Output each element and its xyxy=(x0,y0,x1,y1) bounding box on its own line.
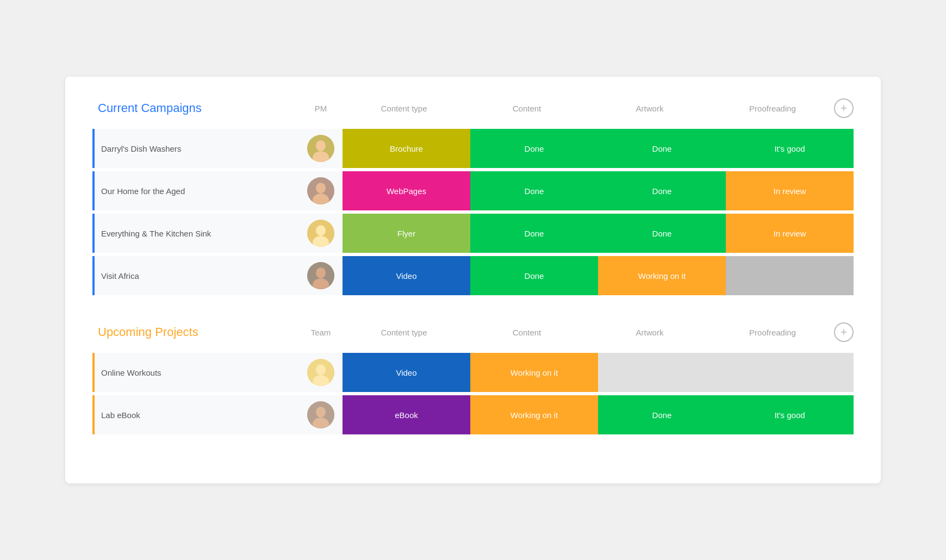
avatar xyxy=(307,262,334,289)
current-campaigns-title: Current Campaigns xyxy=(98,101,202,115)
svg-point-10 xyxy=(316,267,326,278)
col-team: Team xyxy=(299,328,343,337)
project-name: Online Workouts xyxy=(92,353,299,392)
artwork-cell[interactable]: Done xyxy=(598,171,726,210)
team-cell xyxy=(299,395,343,434)
add-project-button[interactable]: + xyxy=(834,322,854,342)
content-type-cell[interactable]: Video xyxy=(343,353,470,392)
col-proofreading: Proofreading xyxy=(711,328,834,337)
table-row: Darryl's Dish Washers Brochure Done Done… xyxy=(92,129,854,168)
project-name: Lab eBook xyxy=(92,395,299,434)
table-row: Visit Africa Video Done Working on it xyxy=(92,256,854,295)
table-row: Online Workouts Video Working on it xyxy=(92,353,854,392)
avatar xyxy=(307,220,334,247)
upcoming-projects-section: Upcoming Projects Team Content type Cont… xyxy=(92,322,854,434)
content-cell[interactable]: Done xyxy=(470,214,598,253)
table-row: Our Home for the Aged WebPages Done Done… xyxy=(92,171,854,210)
col-proofreading: Proofreading xyxy=(711,104,834,113)
col-content: Content xyxy=(465,328,588,337)
svg-point-4 xyxy=(316,183,326,194)
proofreading-cell[interactable] xyxy=(726,256,854,295)
col-content-type: Content type xyxy=(343,104,465,113)
pm-cell xyxy=(299,256,343,295)
col-title: Current Campaigns xyxy=(92,101,299,115)
avatar xyxy=(307,177,334,204)
content-type-cell[interactable]: Flyer xyxy=(343,214,470,253)
proofreading-cell[interactable]: It's good xyxy=(726,395,854,434)
table-row: Everything & The Kitchen Sink Flyer Done… xyxy=(92,214,854,253)
current-campaigns-section: Current Campaigns PM Content type Conten… xyxy=(92,98,854,295)
campaign-name: Everything & The Kitchen Sink xyxy=(92,214,299,253)
campaign-name: Darryl's Dish Washers xyxy=(92,129,299,168)
proofreading-cell[interactable]: In review xyxy=(726,214,854,253)
col-artwork: Artwork xyxy=(588,328,711,337)
svg-point-16 xyxy=(316,407,326,418)
svg-point-13 xyxy=(316,364,326,375)
content-type-cell[interactable]: eBook xyxy=(343,395,470,434)
content-type-cell[interactable]: WebPages xyxy=(343,171,470,210)
artwork-cell[interactable]: Working on it xyxy=(598,256,726,295)
avatar xyxy=(307,401,334,428)
add-campaign-button[interactable]: + xyxy=(834,98,854,118)
proofreading-cell[interactable]: In review xyxy=(726,171,854,210)
campaigns-table: Darryl's Dish Washers Brochure Done Done… xyxy=(92,129,854,295)
proofreading-cell[interactable] xyxy=(726,353,854,392)
campaign-name: Visit Africa xyxy=(92,256,299,295)
column-headers: Upcoming Projects Team Content type Cont… xyxy=(92,325,834,339)
svg-point-1 xyxy=(316,140,326,151)
upcoming-projects-title: Upcoming Projects xyxy=(98,325,198,339)
content-type-cell[interactable]: Brochure xyxy=(343,129,470,168)
artwork-cell[interactable]: Done xyxy=(598,214,726,253)
artwork-cell[interactable]: Done xyxy=(598,129,726,168)
campaign-name: Our Home for the Aged xyxy=(92,171,299,210)
col-artwork: Artwork xyxy=(588,104,711,113)
avatar xyxy=(307,135,334,162)
artwork-cell[interactable]: Done xyxy=(598,395,726,434)
col-content-type: Content type xyxy=(343,328,465,337)
col-title: Upcoming Projects xyxy=(92,325,299,339)
col-content: Content xyxy=(465,104,588,113)
pm-cell xyxy=(299,129,343,168)
proofreading-cell[interactable]: It's good xyxy=(726,129,854,168)
content-cell[interactable]: Working on it xyxy=(470,395,598,434)
projects-table: Online Workouts Video Working on it xyxy=(92,353,854,434)
content-cell[interactable]: Done xyxy=(470,256,598,295)
main-card: Current Campaigns PM Content type Conten… xyxy=(65,77,881,483)
avatar xyxy=(307,359,334,386)
content-cell[interactable]: Done xyxy=(470,129,598,168)
content-cell[interactable]: Done xyxy=(470,171,598,210)
col-pm: PM xyxy=(299,104,343,113)
team-cell xyxy=(299,353,343,392)
pm-cell xyxy=(299,214,343,253)
table-row: Lab eBook eBook Working on it Done It's … xyxy=(92,395,854,434)
pm-cell xyxy=(299,171,343,210)
upcoming-projects-header: Upcoming Projects Team Content type Cont… xyxy=(92,322,854,342)
current-campaigns-header: Current Campaigns PM Content type Conten… xyxy=(92,98,854,118)
svg-point-7 xyxy=(316,225,326,236)
content-type-cell[interactable]: Video xyxy=(343,256,470,295)
artwork-cell[interactable] xyxy=(598,353,726,392)
content-cell[interactable]: Working on it xyxy=(470,353,598,392)
column-headers: Current Campaigns PM Content type Conten… xyxy=(92,101,834,115)
